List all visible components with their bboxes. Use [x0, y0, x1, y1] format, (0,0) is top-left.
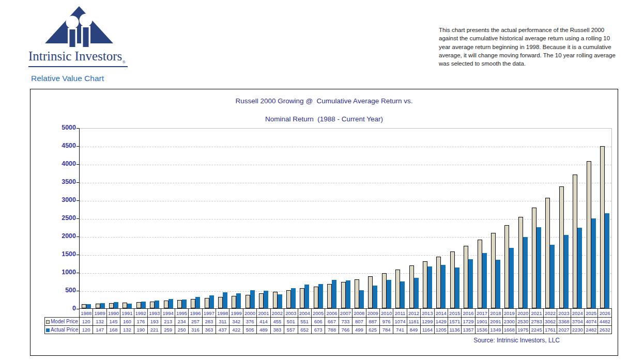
- actual-price-bar-1993: [155, 301, 159, 309]
- actual-price-value-2020: 1975: [516, 326, 530, 334]
- model-price-value-1999: 342: [229, 318, 243, 326]
- actual-price-bar-2017: [482, 253, 487, 309]
- actual-price-value-2015: 1136: [448, 326, 461, 334]
- bar-group-1995: [175, 129, 189, 308]
- bar-group-2017: [475, 129, 488, 308]
- actual-price-value-1996: 316: [189, 326, 202, 334]
- model-price-bar-2013: [423, 261, 427, 308]
- actual-price-bar-2012: [414, 278, 419, 308]
- year-cell-2014: 2014: [434, 309, 448, 318]
- model-price-value-2006: 667: [325, 318, 339, 326]
- actual-price-bar-2009: [373, 286, 377, 308]
- model-price-value-2007: 733: [339, 318, 352, 326]
- y-axis-tick-label: 4500: [50, 142, 76, 149]
- bar-group-2020: [516, 129, 530, 308]
- model-price-legend: Model Price: [45, 318, 80, 326]
- model-price-bar-2002: [273, 292, 278, 308]
- y-axis-tick-label: 3000: [50, 196, 76, 203]
- bar-group-1997: [203, 129, 216, 308]
- actual-price-bar-1991: [127, 304, 132, 308]
- actual-price-value-2017: 1536: [475, 326, 488, 334]
- model-price-value-2014: 1429: [434, 318, 448, 326]
- model-price-bar-1988: [82, 304, 86, 308]
- actual-price-bar-2004: [304, 285, 309, 308]
- logo-wordmark: Intrinsic Investors®: [28, 49, 128, 65]
- actual-price-value-2024: 2230: [571, 326, 584, 334]
- actual-price-bar-2015: [455, 267, 459, 309]
- actual-price-value-1998: 437: [216, 326, 229, 334]
- model-price-value-2004: 551: [298, 318, 311, 326]
- year-cell-2002: 2002: [270, 309, 284, 318]
- year-cell-2000: 2000: [243, 309, 256, 318]
- year-cell-2010: 2010: [379, 309, 393, 318]
- actual-price-value-1989: 147: [93, 326, 106, 334]
- bar-group-1992: [134, 129, 148, 308]
- year-cell-2012: 2012: [407, 309, 420, 318]
- actual-price-bar-2023: [564, 235, 569, 308]
- model-price-value-2020: 2530: [516, 318, 530, 326]
- actual-price-bar-1998: [223, 292, 227, 308]
- bar-group-2024: [571, 129, 584, 308]
- model-price-bar-2009: [368, 276, 373, 308]
- year-cell-2026: 2026: [598, 309, 612, 318]
- y-axis-tick-label: 1000: [50, 269, 76, 276]
- y-axis-tick-label: 500: [50, 287, 76, 294]
- model-price-value-2026: 4482: [598, 318, 612, 326]
- year-cell-2016: 2016: [462, 309, 475, 318]
- model-price-value-2011: 1074: [393, 318, 407, 326]
- bar-group-1991: [120, 129, 134, 308]
- bar-group-2013: [421, 129, 434, 308]
- model-price-value-2017: 1901: [475, 318, 488, 326]
- model-price-value-1989: 132: [93, 318, 106, 326]
- actual-price-value-2026: 2632: [598, 326, 612, 334]
- year-cell-2024: 2024: [571, 309, 584, 318]
- model-price-bar-2007: [341, 282, 346, 308]
- actual-price-value-2002: 383: [270, 326, 284, 334]
- model-price-bar-1999: [232, 296, 236, 308]
- bar-group-2001: [257, 129, 270, 308]
- bar-group-1994: [161, 129, 175, 308]
- model-price-bar-2012: [409, 265, 414, 308]
- actual-price-bar-2024: [577, 228, 582, 308]
- bar-group-2023: [557, 129, 571, 308]
- actual-price-bar-2002: [278, 294, 282, 308]
- actual-price-bar-2014: [441, 265, 446, 308]
- actual-price-row: Actual Price1201471681321902212592503163…: [45, 326, 612, 334]
- actual-price-bar-2001: [264, 291, 268, 308]
- model-price-value-1997: 283: [202, 318, 216, 326]
- actual-price-value-2005: 673: [311, 326, 325, 334]
- year-cell-1998: 1998: [216, 309, 229, 318]
- actual-price-value-1994: 259: [161, 326, 175, 334]
- model-price-bar-2003: [286, 290, 291, 308]
- model-price-bar-2020: [518, 217, 523, 308]
- actual-price-value-2009: 625: [366, 326, 379, 334]
- actual-price-value-1995: 250: [175, 326, 188, 334]
- bar-group-2021: [530, 129, 543, 308]
- y-axis-tick-label: 3500: [50, 178, 76, 185]
- data-table: 1988198919901991199219931994199519961997…: [44, 308, 612, 334]
- model-price-bar-2026: [600, 146, 605, 308]
- y-axis-tick-label: 2000: [50, 232, 76, 240]
- model-price-value-2001: 414: [257, 318, 270, 326]
- actual-price-bar-2008: [359, 290, 364, 308]
- actual-price-value-1999: 422: [229, 326, 243, 334]
- model-price-value-2009: 887: [366, 318, 379, 326]
- y-axis-tick-label: 5000: [50, 124, 76, 131]
- bar-group-2008: [352, 129, 366, 308]
- year-cell-1988: 1988: [80, 309, 93, 318]
- year-cell-1997: 1997: [202, 309, 216, 318]
- actual-price-bar-2006: [332, 280, 336, 308]
- actual-price-bar-2010: [387, 280, 391, 308]
- model-price-bar-2018: [491, 233, 496, 308]
- year-cell-1992: 1992: [134, 309, 147, 318]
- bar-group-1989: [93, 129, 106, 308]
- actual-price-value-1992: 190: [134, 326, 147, 334]
- actual-price-value-1991: 132: [120, 326, 134, 334]
- logo-underline: [28, 66, 128, 67]
- company-logo: Intrinsic Investors®: [28, 5, 128, 67]
- actual-price-value-2012: 849: [407, 326, 420, 334]
- model-price-bar-2001: [259, 293, 264, 308]
- year-cell-1990: 1990: [106, 309, 120, 318]
- actual-price-value-2016: 1357: [462, 326, 475, 334]
- actual-price-bar-1992: [141, 302, 146, 308]
